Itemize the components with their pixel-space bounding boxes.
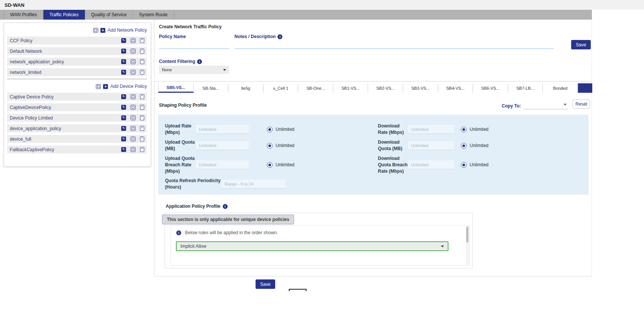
copy-icon[interactable] (93, 28, 98, 33)
network-policy-row[interactable]: Default Network (7, 47, 147, 55)
page-title: SD-WAN (5, 2, 25, 8)
copy-icon[interactable] (131, 137, 136, 141)
copy-icon[interactable] (131, 59, 136, 64)
policy-name: network_application_policy (10, 59, 117, 64)
delete-icon[interactable] (140, 105, 144, 110)
copy-icon[interactable] (131, 105, 136, 110)
download-quota-breach-rate-input[interactable] (408, 160, 454, 169)
upload-quota-input[interactable] (196, 141, 249, 150)
tabs-overflow-button[interactable] (578, 83, 592, 93)
reset-button[interactable]: Reset (573, 100, 590, 109)
download-quota-breach-unlimited-radio[interactable] (461, 162, 467, 168)
upload-quota-unlimited-radio[interactable] (267, 143, 273, 149)
copy-icon[interactable] (96, 84, 101, 89)
edit-icon[interactable] (121, 126, 126, 131)
download-quota-input[interactable] (408, 141, 454, 150)
interface-tab-sbone[interactable]: SB-One... (298, 83, 333, 93)
content-filtering-label-text: Content Filtering (159, 59, 195, 64)
tab-wan-profiles[interactable]: WAN Profiles (4, 10, 43, 20)
edit-icon[interactable] (121, 49, 126, 54)
edit-icon[interactable] (121, 59, 126, 64)
info-icon[interactable] (277, 34, 282, 39)
copy-icon[interactable] (131, 126, 136, 131)
field-label: Download Quota (MB) (378, 139, 408, 152)
download-rate-unlimited-radio[interactable] (461, 127, 467, 132)
info-icon[interactable] (197, 59, 202, 64)
save-button[interactable]: Save (571, 40, 591, 49)
copy-icon[interactable] (131, 70, 136, 75)
device-policy-row[interactable]: Captive Device Policy (7, 93, 147, 101)
interface-tab-sb5[interactable]: SB5-VS... (158, 83, 194, 93)
interface-tab-sbsta[interactable]: SB-Sta... (194, 83, 229, 93)
device-policy-row[interactable]: CaptiveDevicePolicy (7, 103, 147, 111)
interface-tab-sb6[interactable]: SB6-VS... (473, 83, 508, 93)
upload-quota-breach-unlimited-radio[interactable] (267, 162, 273, 168)
device-policy-row[interactable]: FallbackCaptivePolicy (7, 146, 147, 153)
delete-icon[interactable] (140, 49, 144, 54)
upload-rate-input[interactable] (196, 125, 249, 134)
notes-input[interactable] (234, 39, 554, 49)
interface-tab-sb4[interactable]: SB4-VS... (438, 83, 473, 93)
interface-tab-lte5g[interactable]: lte5g (228, 83, 263, 93)
delete-icon[interactable] (140, 147, 144, 152)
add-network-policy[interactable]: Add Network Policy (7, 26, 147, 34)
edit-icon[interactable] (121, 137, 126, 141)
interface-tab-sb3[interactable]: SB3-VS... (403, 83, 438, 93)
download-rate-input[interactable] (408, 125, 454, 134)
info-icon[interactable] (223, 204, 228, 209)
policy-list-panel: Add Network Policy CCF Policy Default Ne… (4, 23, 151, 167)
network-policy-row[interactable]: CCF Policy (7, 37, 147, 44)
interface-tab-ucell1[interactable]: u_Cell 1 (263, 83, 299, 93)
tooltip: This section is only applicable for uniq… (162, 215, 294, 224)
device-policy-row[interactable]: Device Policy Limited (7, 114, 147, 122)
scrollbar[interactable] (466, 226, 469, 265)
section-title: Create Network Traffic Policy (159, 24, 222, 29)
add-network-policy-label[interactable]: Add Network Policy (108, 28, 147, 33)
policy-name-input[interactable] (159, 39, 229, 49)
network-policy-row[interactable]: network_application_policy (7, 58, 147, 66)
edit-icon[interactable] (121, 94, 126, 99)
edit-icon[interactable] (121, 115, 126, 120)
scrollbar-thumb[interactable] (466, 227, 468, 242)
device-policy-row[interactable]: device_full (7, 135, 147, 143)
delete-icon[interactable] (140, 115, 144, 120)
add-device-policy[interactable]: Add Device Policy (7, 82, 147, 91)
add-device-policy-label[interactable]: Add Device Policy (110, 84, 147, 89)
edit-icon[interactable] (121, 70, 126, 75)
save-button-bottom[interactable]: Save (256, 279, 275, 289)
network-policy-row[interactable]: network_limited (7, 68, 147, 76)
edit-icon[interactable] (121, 38, 126, 43)
copy-to-select[interactable] (524, 100, 568, 109)
delete-icon[interactable] (140, 38, 144, 43)
add-icon[interactable] (103, 84, 108, 89)
tab-system-route[interactable]: System Route (133, 10, 174, 20)
interface-tab-sb1[interactable]: SB1-VS... (333, 83, 368, 93)
download-quota-unlimited-radio[interactable] (461, 143, 467, 149)
delete-icon[interactable] (140, 94, 144, 99)
copy-icon[interactable] (131, 49, 136, 54)
edit-icon[interactable] (121, 147, 126, 152)
tab-traffic-policies[interactable]: Traffic Policies (43, 10, 85, 20)
copy-icon[interactable] (131, 115, 136, 120)
device-policy-row[interactable]: device_application_policy (7, 124, 147, 132)
content-filtering-select[interactable]: None (159, 66, 229, 74)
rule-select[interactable]: Implicit Allow (176, 241, 448, 251)
app-titlebar: SD-WAN (0, 0, 644, 10)
delete-icon[interactable] (140, 126, 144, 131)
add-icon[interactable] (100, 28, 105, 33)
copy-icon[interactable] (131, 147, 136, 152)
copy-icon[interactable] (131, 38, 136, 43)
delete-icon[interactable] (140, 70, 144, 75)
upload-rate-unlimited-radio[interactable] (267, 127, 273, 132)
quota-refresh-periodicity-input[interactable] (222, 179, 286, 189)
copy-icon[interactable] (131, 94, 136, 99)
interface-tab-sb2[interactable]: SB2-VS... (368, 83, 403, 93)
tab-quality-of-service[interactable]: Quality of Service (85, 10, 133, 20)
delete-icon[interactable] (140, 137, 144, 141)
interface-tab-sb7[interactable]: SB7-LB... (508, 83, 543, 93)
delete-icon[interactable] (140, 59, 144, 64)
main-nav-tabs: WAN Profiles Traffic Policies Quality of… (0, 10, 592, 20)
interface-tab-bonded[interactable]: Bonded (543, 83, 578, 93)
edit-icon[interactable] (121, 105, 126, 110)
upload-quota-breach-rate-input[interactable] (196, 160, 249, 169)
